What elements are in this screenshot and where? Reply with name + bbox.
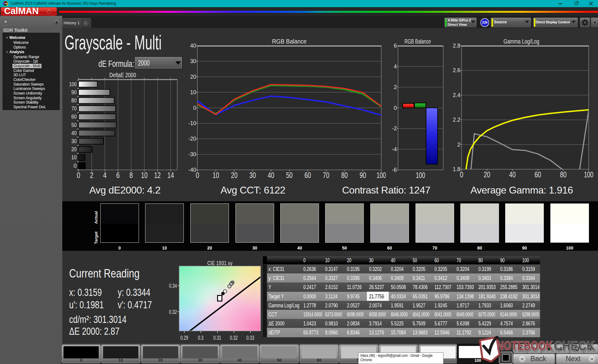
svg-text:20: 20 bbox=[190, 74, 197, 80]
svg-text:0: 0 bbox=[196, 170, 199, 180]
svg-text:80: 80 bbox=[560, 170, 567, 179]
svg-text:2: 2 bbox=[394, 84, 397, 90]
svg-text:20: 20 bbox=[484, 170, 490, 179]
svg-text:14: 14 bbox=[167, 170, 174, 180]
svg-text:2.8: 2.8 bbox=[453, 43, 460, 49]
svg-text:80: 80 bbox=[341, 170, 348, 180]
svg-text:-40: -40 bbox=[188, 167, 197, 173]
svg-text:40: 40 bbox=[268, 170, 274, 180]
svg-text:30: 30 bbox=[249, 170, 256, 180]
svg-text:-10: -10 bbox=[188, 120, 197, 126]
svg-text:DeltaE 2000: DeltaE 2000 bbox=[109, 72, 136, 78]
svg-text:Gamma Log/Log: Gamma Log/Log bbox=[504, 38, 539, 45]
svg-text:NOTEBOOK: NOTEBOOK bbox=[497, 339, 553, 352]
svg-text:0: 0 bbox=[193, 105, 196, 111]
svg-text:RGB Balance: RGB Balance bbox=[405, 38, 431, 45]
svg-text:2: 2 bbox=[457, 142, 460, 148]
svg-text:40: 40 bbox=[71, 130, 77, 136]
svg-text:60: 60 bbox=[71, 114, 77, 120]
svg-text:2.4: 2.4 bbox=[453, 92, 461, 98]
svg-text:40: 40 bbox=[509, 170, 516, 179]
svg-text:RGB Balance: RGB Balance bbox=[272, 38, 307, 45]
svg-text:4: 4 bbox=[103, 170, 107, 180]
svg-text:30: 30 bbox=[71, 138, 77, 144]
svg-text:0: 0 bbox=[77, 170, 80, 180]
svg-text:80: 80 bbox=[71, 97, 77, 104]
svg-text:6: 6 bbox=[394, 43, 397, 49]
svg-text:2.2: 2.2 bbox=[453, 117, 460, 123]
svg-text:-30: -30 bbox=[188, 151, 197, 157]
svg-text:10: 10 bbox=[213, 170, 219, 180]
svg-text:-20: -20 bbox=[188, 136, 197, 142]
svg-text:50: 50 bbox=[286, 170, 293, 180]
svg-text:12: 12 bbox=[154, 170, 161, 180]
svg-text:0: 0 bbox=[74, 163, 77, 169]
svg-text:20: 20 bbox=[231, 170, 238, 180]
svg-text:10: 10 bbox=[141, 170, 148, 180]
svg-text:40: 40 bbox=[190, 43, 197, 49]
svg-text:90: 90 bbox=[71, 89, 77, 96]
svg-text:100: 100 bbox=[69, 81, 77, 87]
svg-text:10: 10 bbox=[190, 89, 197, 96]
svg-text:30: 30 bbox=[190, 58, 197, 64]
svg-text:70: 70 bbox=[71, 105, 77, 112]
svg-text:1.8: 1.8 bbox=[453, 166, 460, 172]
svg-text:2.6: 2.6 bbox=[453, 67, 460, 73]
svg-text:100: 100 bbox=[377, 170, 386, 180]
svg-text:90: 90 bbox=[360, 170, 366, 180]
svg-text:100: 100 bbox=[416, 170, 425, 180]
svg-text:-2: -2 bbox=[392, 125, 397, 132]
svg-text:CHECK: CHECK bbox=[554, 339, 595, 352]
svg-text:6: 6 bbox=[116, 170, 120, 180]
svg-text:100: 100 bbox=[584, 170, 593, 179]
svg-text:70: 70 bbox=[323, 170, 330, 180]
svg-text:60: 60 bbox=[305, 170, 311, 180]
svg-text:20: 20 bbox=[71, 146, 77, 152]
svg-text:-6: -6 bbox=[392, 167, 397, 173]
svg-text:8: 8 bbox=[130, 170, 133, 180]
svg-text:50: 50 bbox=[71, 122, 77, 128]
svg-text:0: 0 bbox=[460, 170, 463, 179]
svg-text:4: 4 bbox=[394, 63, 397, 70]
svg-text:10: 10 bbox=[71, 154, 77, 161]
svg-text:2: 2 bbox=[90, 170, 93, 180]
svg-text:60: 60 bbox=[534, 170, 541, 179]
svg-text:0: 0 bbox=[394, 105, 397, 111]
svg-text:-4: -4 bbox=[392, 146, 397, 152]
